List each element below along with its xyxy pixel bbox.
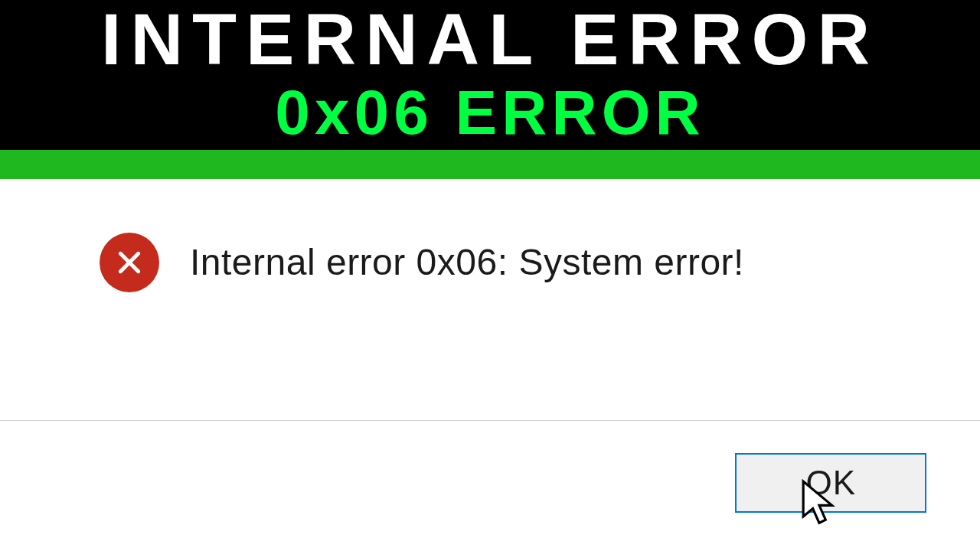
dialog-divider — [0, 420, 980, 421]
banner-line1: INTERNAL ERROR — [0, 0, 980, 78]
message-row: Internal error 0x06: System error! — [0, 179, 980, 292]
error-icon — [100, 233, 159, 292]
error-dialog: Internal error 0x06: System error! OK — [0, 179, 980, 551]
title-banner: INTERNAL ERROR 0x06 ERROR — [0, 0, 980, 150]
ok-button[interactable]: OK — [735, 453, 926, 513]
button-row: OK — [735, 453, 926, 513]
error-message-text: Internal error 0x06: System error! — [190, 241, 744, 283]
banner-line2: 0x06 ERROR — [0, 78, 980, 150]
green-divider-stripe — [0, 150, 980, 179]
